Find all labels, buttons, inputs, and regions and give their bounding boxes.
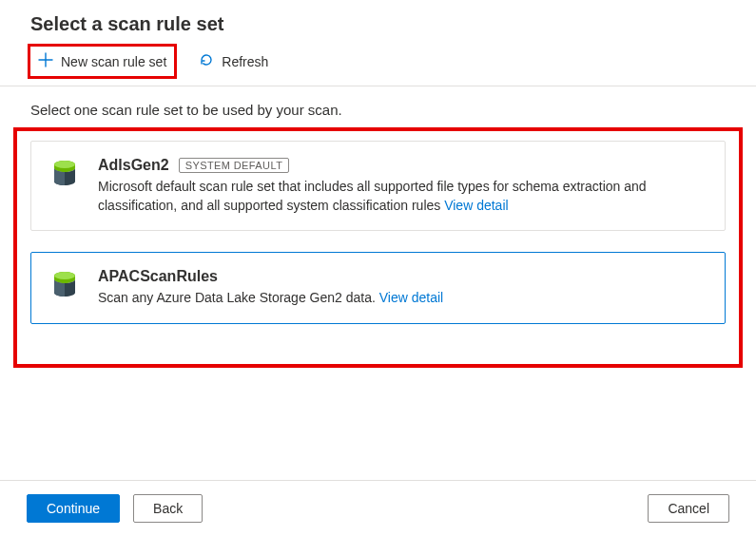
page-title: Select a scan rule set [0,0,756,41]
plus-icon [38,52,53,70]
rule-card-adlsgen2[interactable]: AdlsGen2 SYSTEM DEFAULT Microsoft defaul… [30,141,726,231]
rule-description: Scan any Azure Data Lake Storage Gen2 da… [98,289,708,308]
storage-icon [52,159,77,215]
svg-point-1 [54,272,75,279]
cancel-button[interactable]: Cancel [648,494,729,523]
rule-description: Microsoft default scan rule set that inc… [98,178,708,215]
rule-title: APACScanRules [98,268,218,285]
footer: Continue Back Cancel [0,480,756,536]
continue-button[interactable]: Continue [27,494,120,523]
view-detail-link[interactable]: View detail [444,198,508,213]
rule-title: AdlsGen2 [98,157,169,174]
view-detail-link[interactable]: View detail [379,290,443,305]
new-scan-rule-set-button[interactable]: New scan rule set [30,47,174,76]
storage-icon [52,270,77,308]
refresh-label: Refresh [222,54,268,69]
rule-set-list: AdlsGen2 SYSTEM DEFAULT Microsoft defaul… [17,131,739,364]
back-button[interactable]: Back [133,494,203,523]
refresh-button[interactable]: Refresh [191,47,276,76]
system-default-badge: SYSTEM DEFAULT [179,158,290,173]
instruction-text: Select one scan rule set to be used by y… [0,86,756,127]
svg-point-0 [54,161,75,168]
refresh-icon [199,52,214,70]
new-scan-rule-set-label: New scan rule set [61,54,166,69]
toolbar: New scan rule set Refresh [0,41,756,86]
rule-card-apacscanrules[interactable]: APACScanRules Scan any Azure Data Lake S… [30,252,726,324]
